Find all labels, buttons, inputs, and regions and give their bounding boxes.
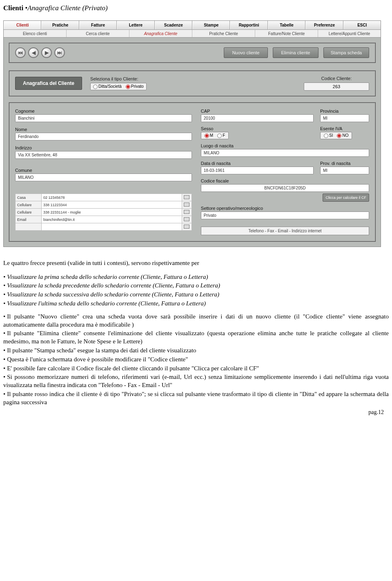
settore-label: Settore operativo/merceologico [201,206,369,211]
tab-lettere[interactable]: Lettere [117,21,154,29]
contact-action[interactable] [182,194,192,201]
subtab-pratiche[interactable]: Pratiche Cliente [192,30,255,37]
settore-input[interactable]: Privato [201,211,369,219]
tab-preferenze[interactable]: Preferenze [305,21,343,29]
elimina-cliente-button[interactable]: Elimina cliente [273,47,318,58]
radio-ditta[interactable]: Ditta/Società [93,84,122,89]
subtab-anagrafica[interactable]: Anagrafica Cliente [129,30,192,37]
arrow-item-3: Visualizzare la scheda successiva dello … [3,291,389,299]
contact-action[interactable] [182,223,192,231]
contact-type[interactable]: Cellulare [16,209,42,216]
form-panel: Cognome Bianchini Nome Ferdinando Indiri… [9,102,376,242]
contact-row [16,223,192,231]
form-left-col: Cognome Bianchini Nome Ferdinando Indiri… [15,109,192,235]
nav-last-button[interactable]: ⏭ [54,47,65,58]
codice-cliente-label: Codice Cliente: [304,76,369,81]
tab-scadenze[interactable]: Scadenze [155,21,192,29]
para-codice: Questa è l'unica schermata dove è possib… [3,356,389,364]
contact-type[interactable]: Casa [16,194,42,201]
cap-label: CAP [201,109,314,114]
arrow-item-2: Visualizzare la scheda precedente dello … [3,282,389,290]
radio-dot-unselected-icon [324,134,328,138]
contact-type[interactable]: Cellulare [16,201,42,209]
contact-action[interactable] [182,216,192,223]
prev-icon: ◀ [32,50,36,56]
contact-row: Cellulare 338 11223344 [16,201,192,209]
doc-title-bold: Clienti [3,4,25,12]
radio-privato[interactable]: Privato [126,84,144,89]
contact-row: Email bianchiniferd@tin.it [16,216,192,223]
indirizzo-input[interactable]: Via XX Settembre, 48 [15,151,192,159]
radio-dot-selected-icon [205,134,209,138]
nav-prev-button[interactable]: ◀ [28,47,39,58]
cap-input[interactable]: 20100 [201,114,314,122]
cf-label: Codice fiscale [201,178,369,183]
nav-first-button[interactable]: ⏮ [15,47,26,58]
last-icon: ⏭ [57,50,62,56]
contact-action[interactable] [182,209,192,216]
subtab-elenco[interactable]: Elenco clienti [4,30,67,37]
para-stampa: Il pulsante "Stampa scheda" esegue la st… [3,347,389,355]
app-window: Clienti Pratiche Fatture Lettere Scadenz… [3,20,381,247]
nuovo-cliente-button[interactable]: Nuovo cliente [224,47,268,58]
form-right-col: CAP 20100 Provincia MI Sesso M F [201,109,369,235]
body-text: Le quattro frecce presenti (valide in tu… [3,259,389,407]
contact-icon [184,225,189,229]
radio-esente-no[interactable]: NO [337,133,348,138]
calcola-cf-button[interactable]: Clicca per calcolare il CF [323,194,369,202]
radio-esente-si[interactable]: SI [324,133,333,138]
contact-value[interactable] [42,223,182,231]
subtab-cerca[interactable]: Cerca cliente [67,30,129,37]
nav-next-button[interactable]: ▶ [41,47,52,58]
subtab-lettere[interactable]: Lettere/Appunti Cliente [318,30,381,37]
tab-stampe[interactable]: Stampe [192,21,230,29]
esente-radio-group: SI NO [320,132,352,139]
radio-sesso-f[interactable]: F [217,133,225,138]
indirizzo-label: Indirizzo [15,145,192,150]
type-panel-title: Anagrafica del Cliente [15,77,82,90]
contact-action[interactable] [182,201,192,209]
arrow-item-4: Visualizzare l'ultima scheda dello sched… [3,300,389,308]
contact-value[interactable]: 02 12345678 [42,194,182,201]
radio-dot-selected-icon [126,85,130,89]
radio-sesso-m[interactable]: M [205,133,213,138]
esente-label: Esente IVA [320,126,369,131]
cf-input[interactable]: BNCFDN61C18F205D [201,184,369,192]
tab-tabelle[interactable]: Tabelle [268,21,305,29]
tab-esci[interactable]: ESCI [343,21,381,29]
contact-row: Cellulare 338 22331144 - moglie [16,209,192,216]
provincia-input[interactable]: MI [320,114,369,122]
tab-clienti[interactable]: Clienti [4,21,41,29]
contact-type[interactable]: Email [16,216,42,223]
contact-value[interactable]: 338 22331144 - moglie [42,209,182,216]
contacts-footer-strip: Telefono - Fax - Email - Indirizzo inter… [201,227,369,235]
cognome-label: Cognome [15,109,192,114]
first-icon: ⏮ [18,50,23,56]
subtab-fatture[interactable]: Fatture/Note Cliente [255,30,318,37]
nome-input[interactable]: Ferdinando [15,133,192,140]
radio-dot-selected-icon [337,134,341,138]
para-telefono: Si possono memorizzare numeri di telefon… [3,373,389,390]
contact-value[interactable]: 338 11223344 [42,201,182,209]
tab-rapportini[interactable]: Rapportini [230,21,267,29]
contact-icon [184,210,189,214]
prov-nascita-input[interactable]: MI [320,167,369,174]
arrow-item-1: Visualizzare la prima scheda dello sched… [3,273,389,281]
luogo-input[interactable]: MILANO [201,149,369,157]
nome-label: Nome [15,127,192,132]
contact-row: Casa 02 12345678 [16,194,192,201]
data-nascita-label: Data di nascita [201,161,314,166]
tab-pratiche[interactable]: Pratiche [41,21,79,29]
contact-value[interactable]: bianchiniferd@tin.it [42,216,182,223]
data-nascita-input[interactable]: 18-03-1961 [201,167,314,174]
tab-fatture[interactable]: Fatture [79,21,117,29]
next-icon: ▶ [45,50,49,56]
tipo-cliente-label: Seleziona il tipo Cliente: [90,76,296,81]
comune-input[interactable]: MILANO [15,174,192,181]
radio-dot-unselected-icon [93,85,98,89]
stampa-scheda-button[interactable]: Stampa scheda [323,47,369,58]
contact-type[interactable] [16,223,42,231]
provincia-label: Provincia [320,109,369,114]
cognome-input[interactable]: Bianchini [15,114,192,122]
codice-cliente-value[interactable]: 263 [304,82,369,91]
